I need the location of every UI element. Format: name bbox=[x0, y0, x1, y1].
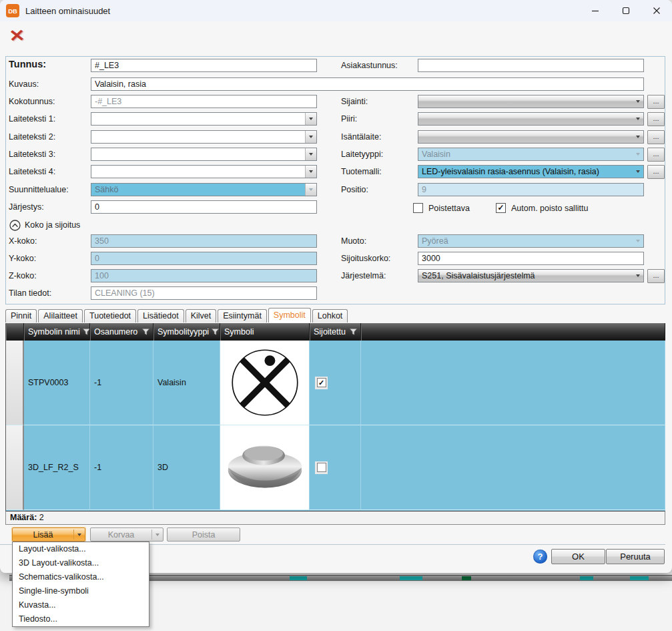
col-symboli[interactable]: Symboli bbox=[220, 323, 310, 341]
dropdown-arrow-icon bbox=[305, 113, 316, 125]
count-label: Määrä: bbox=[10, 513, 37, 522]
menu-item-kuvasta[interactable]: Kuvasta... bbox=[13, 598, 149, 612]
cell-part-number: -1 bbox=[90, 341, 153, 425]
poistettava-checkbox[interactable] bbox=[413, 203, 423, 213]
tab-pinnit[interactable]: Pinnit bbox=[5, 309, 37, 323]
symbol-name: 3D_LF_R2_S bbox=[28, 463, 79, 472]
tuotemalli-browse-button[interactable]: ... bbox=[647, 165, 665, 179]
filter-icon[interactable] bbox=[212, 329, 219, 335]
tab-lisatiedot[interactable]: Lisätiedot bbox=[137, 309, 184, 323]
delete-symbol-label: Poista bbox=[167, 530, 240, 540]
screen: DB Laitteen ominaisuudet ✕ Tunnus: bbox=[0, 0, 672, 631]
z-koko-input bbox=[91, 269, 317, 282]
add-symbol-button[interactable]: Lisää bbox=[12, 528, 85, 542]
menu-item-3d-layout-valikosta[interactable]: 3D Layout-valikosta... bbox=[13, 556, 149, 570]
isantalaite-browse-button[interactable]: ... bbox=[647, 130, 665, 144]
col-sijoitettu[interactable]: Sijoitettu bbox=[310, 323, 361, 341]
symbol-name: STPV0003 bbox=[28, 378, 68, 387]
suunnittelualue-combobox: Sähkö bbox=[91, 183, 317, 196]
cancel-button[interactable]: Peruuta bbox=[606, 549, 665, 564]
placed-checkbox[interactable]: ✓ bbox=[317, 378, 326, 387]
tab-alilaitteet[interactable]: Alilaitteet bbox=[38, 309, 83, 323]
dropdown-arrow-icon bbox=[632, 131, 643, 143]
row-selector[interactable] bbox=[6, 341, 24, 425]
tuotemalli-combobox[interactable]: LED-yleisvalaisin rasia-asennus (Valaisi… bbox=[418, 165, 644, 178]
status-fragment bbox=[400, 576, 422, 580]
piiri-browse-button[interactable]: ... bbox=[647, 112, 665, 126]
placed-checkbox[interactable] bbox=[317, 463, 326, 472]
kokotunnus-input bbox=[91, 95, 317, 108]
replace-symbol-button[interactable]: Korvaa bbox=[90, 528, 163, 542]
replace-symbol-label: Korvaa bbox=[91, 530, 151, 540]
laitetyyppi-browse-button[interactable]: ... bbox=[647, 148, 665, 162]
laiteteksti1-combobox[interactable] bbox=[91, 112, 317, 126]
col-osanumero[interactable]: Osanumero bbox=[90, 323, 153, 341]
tab-symbolit[interactable]: Symbolit bbox=[268, 308, 311, 323]
dropdown-arrow-icon[interactable] bbox=[74, 534, 85, 536]
minimize-icon bbox=[591, 7, 599, 15]
menu-item-single-line-symboli[interactable]: Single-line-symboli bbox=[13, 584, 149, 598]
titlebar: DB Laitteen ominaisuudet bbox=[0, 0, 672, 21]
device-form-panel: Tunnus: Asiakastunnus: Kuvaus: Kokotunnu… bbox=[5, 56, 665, 304]
col-symbolin-nimi[interactable]: Symbolin nimi bbox=[24, 323, 90, 341]
ok-button[interactable]: OK bbox=[551, 549, 605, 564]
tab-lohkot[interactable]: Lohkot bbox=[312, 309, 348, 323]
add-symbol-dropdown-menu: Layout-valikosta... 3D Layout-valikosta.… bbox=[12, 542, 149, 627]
dropdown-arrow-icon bbox=[632, 148, 643, 160]
laiteteksti4-combobox[interactable] bbox=[91, 165, 317, 178]
status-fragment bbox=[290, 576, 307, 580]
cell-symbol-preview bbox=[220, 341, 310, 425]
col-symbolityyppi[interactable]: Symbolityyppi bbox=[153, 323, 220, 341]
sijoituskorko-input[interactable] bbox=[418, 252, 644, 265]
muoto-label: Muoto: bbox=[341, 236, 366, 246]
row-selector-header bbox=[6, 323, 24, 341]
help-button[interactable]: ? bbox=[533, 550, 547, 564]
tab-kilvet[interactable]: Kilvet bbox=[186, 309, 217, 323]
laitetyyppi-value: Valaisin bbox=[418, 150, 632, 159]
dropdown-arrow-icon bbox=[632, 166, 643, 178]
sijainti-combobox[interactable] bbox=[418, 95, 644, 108]
menu-item-layout-valikosta[interactable]: Layout-valikosta... bbox=[13, 542, 149, 556]
sijainti-browse-button[interactable]: ... bbox=[647, 95, 665, 109]
delete-symbol-button[interactable]: Poista bbox=[167, 528, 240, 542]
dropdown-arrow-icon bbox=[632, 270, 643, 282]
piiri-combobox[interactable] bbox=[418, 112, 644, 126]
isantalaite-combobox[interactable] bbox=[418, 130, 644, 144]
col-label: Osanumero bbox=[94, 324, 137, 341]
jarjestelma-combobox[interactable]: S251, Sisävalaistusjärjestelmä bbox=[418, 269, 644, 282]
tuotemalli-value: LED-yleisvalaisin rasia-asennus (Valaisi… bbox=[418, 167, 632, 176]
delete-device-icon[interactable]: ✕ bbox=[9, 25, 26, 45]
filter-icon[interactable] bbox=[83, 329, 90, 335]
minimize-button[interactable] bbox=[580, 0, 611, 21]
table-row[interactable]: 3D_LF_R2_S -1 3D bbox=[6, 425, 665, 510]
kuvaus-input[interactable] bbox=[91, 77, 644, 91]
laiteteksti3-label: Laiteteksti 3: bbox=[9, 150, 55, 159]
dropdown-arrow-icon bbox=[152, 534, 163, 536]
sijainti-label: Sijainti: bbox=[341, 97, 368, 106]
col-label: Sijoitettu bbox=[314, 324, 346, 341]
dropdown-arrow-icon bbox=[305, 184, 316, 196]
asiakastunnus-input[interactable] bbox=[418, 59, 644, 72]
menu-item-schematics-valikosta[interactable]: Schematics-valikosta... bbox=[13, 570, 149, 584]
maximize-button[interactable] bbox=[611, 0, 641, 21]
tab-tuotetiedot[interactable]: Tuotetiedot bbox=[84, 309, 136, 323]
filter-icon[interactable] bbox=[142, 329, 149, 335]
tunnus-input[interactable] bbox=[91, 59, 317, 72]
collapse-section-icon[interactable] bbox=[9, 220, 21, 231]
table-row[interactable]: STPV0003 -1 Valaisin bbox=[6, 341, 665, 425]
cell-placed bbox=[310, 425, 361, 510]
placed-checkbox-frame bbox=[315, 461, 328, 474]
autom-poisto-checkbox[interactable]: ✓ bbox=[496, 203, 506, 213]
jarjestelma-browse-button[interactable]: ... bbox=[647, 269, 665, 283]
close-icon bbox=[653, 7, 661, 15]
window-title: Laitteen ominaisuudet bbox=[25, 6, 110, 16]
laiteteksti3-combobox[interactable] bbox=[91, 148, 317, 161]
tab-esiintymat[interactable]: Esiintymät bbox=[218, 309, 267, 323]
laiteteksti2-combobox[interactable] bbox=[91, 130, 317, 144]
cell-symbol-name: 3D_LF_R2_S bbox=[24, 425, 90, 510]
close-button[interactable] bbox=[641, 0, 672, 21]
suunnittelualue-value: Sähkö bbox=[91, 185, 305, 194]
filter-icon[interactable] bbox=[350, 329, 357, 335]
row-selector[interactable] bbox=[6, 425, 24, 510]
menu-item-tiedosto[interactable]: Tiedosto... bbox=[13, 612, 149, 626]
